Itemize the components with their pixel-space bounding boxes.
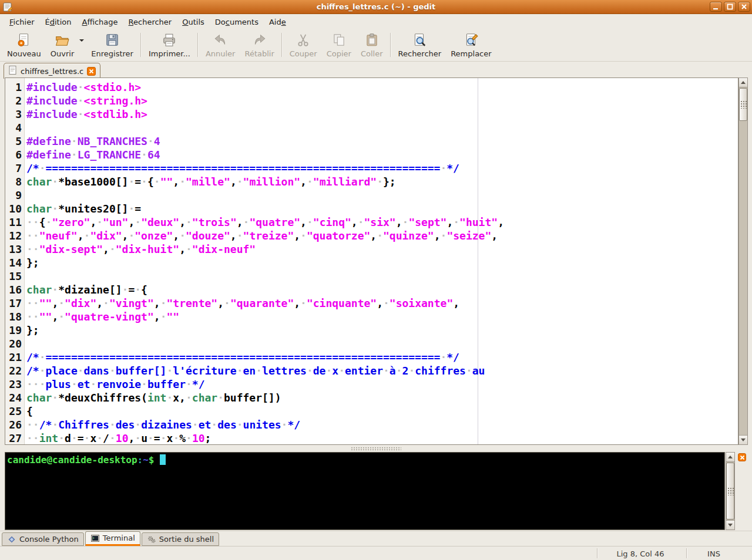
undo-icon — [213, 32, 228, 48]
line-number: 24 — [5, 391, 25, 404]
toolbar-button-imprimer[interactable]: Imprimer... — [144, 30, 195, 60]
terminal-output[interactable]: candide@candide-desktop:~$ — [5, 452, 725, 530]
maximize-button[interactable] — [724, 2, 736, 12]
scroll-down-arrow[interactable] — [739, 435, 747, 444]
line-number: 19 — [5, 323, 25, 337]
status-separator — [597, 548, 598, 558]
code-editor[interactable]: 1#include·<stdio.h>2#include·<string.h>3… — [5, 77, 738, 445]
line-number: 6 — [5, 148, 25, 161]
toolbar-button-retablir: Rétablir — [240, 30, 278, 60]
toolbar-button-ouvrir[interactable]: Ouvrir — [46, 30, 79, 59]
code-line: 5#define·NB_TRANCHES·4 — [5, 134, 738, 148]
minimize-button[interactable] — [710, 2, 722, 12]
python-icon — [7, 535, 16, 544]
save-icon — [105, 32, 120, 48]
line-number: 25 — [5, 404, 25, 418]
close-button[interactable] — [738, 2, 750, 12]
toolbar-button-label: Coller — [361, 49, 383, 58]
menu-item-fichier[interactable]: Fichier — [4, 16, 40, 28]
menu-item-edition[interactable]: Édition — [40, 16, 77, 28]
terminal-prompt-text: : — [137, 454, 143, 465]
editor-scrollbar-thumb[interactable] — [739, 88, 747, 121]
terminal-scroll-down-arrow[interactable] — [726, 520, 734, 529]
print-icon — [162, 32, 177, 48]
redo-icon — [252, 32, 267, 48]
panel-tab-console-python[interactable]: Console Python — [2, 532, 84, 546]
code-line: 24char·*deuxChiffres(int·x,·char·buffer[… — [5, 391, 738, 404]
toolbar-separator — [390, 33, 391, 57]
toolbar-separator — [281, 33, 283, 57]
pane-splitter[interactable] — [0, 445, 752, 452]
line-number: 7 — [5, 161, 25, 175]
terminal-prompt: candide@candide-desktop:~$ — [5, 453, 724, 465]
statusbar: Lig 8, Col 46 INS — [0, 546, 752, 560]
toolbar-button-label: Couper — [290, 49, 317, 58]
toolbar-button-label: Ouvrir — [51, 49, 74, 58]
toolbar-button-nouveau[interactable]: Nouveau — [2, 30, 46, 60]
line-number: 14 — [5, 256, 25, 269]
toolbar-button-copier: Copier — [322, 30, 356, 60]
code-line: 19}; — [5, 323, 738, 337]
code-line: 23···plus·et·renvoie·buffer·*/ — [5, 377, 738, 391]
panel-tab-label: Console Python — [19, 535, 79, 544]
toolbar-button-remplacer[interactable]: Remplacer — [446, 30, 496, 60]
line-number: 26 — [5, 418, 25, 431]
menu-item-outils[interactable]: Outils — [177, 16, 210, 28]
code-line: 16char·*dizaine[]·=·{ — [5, 283, 738, 296]
terminal-scroll-up-arrow[interactable] — [726, 453, 734, 462]
line-number: 23 — [5, 377, 25, 391]
terminal-prompt-text: candide@candide-desktop — [7, 454, 137, 465]
code-lines: 1#include·<stdio.h>2#include·<string.h>3… — [5, 80, 738, 445]
menu-item-aide[interactable]: Aide — [264, 16, 291, 28]
search-icon — [412, 32, 427, 48]
panel-close-button[interactable] — [738, 453, 746, 461]
toolbar-combo-ouvrir: Ouvrir — [46, 30, 86, 60]
line-number: 22 — [5, 364, 25, 377]
terminal-scrollbar[interactable] — [726, 452, 735, 530]
scroll-up-arrow[interactable] — [739, 78, 747, 87]
terminal-scrollbar-thumb[interactable] — [726, 463, 734, 519]
editor-scrollbar[interactable] — [738, 77, 748, 445]
line-number: 15 — [5, 269, 25, 283]
document-tab[interactable]: chiffres_lettres.c — [4, 63, 100, 79]
copy-icon — [331, 32, 347, 48]
titlebar[interactable]: chiffres_lettres.c (~) - gedit — [0, 0, 752, 14]
document-tab-label: chiffres_lettres.c — [21, 67, 83, 76]
code-line: 7/*·====================================… — [5, 161, 738, 175]
gedit-icon — [2, 2, 13, 12]
insert-mode: INS — [693, 549, 734, 558]
toolbar: NouveauOuvrirEnregistrerImprimer...Annul… — [0, 29, 752, 62]
line-number: 27 — [5, 431, 25, 445]
line-number: 13 — [5, 242, 25, 256]
toolbar-button-label: Rechercher — [398, 49, 442, 58]
toolbar-button-annuler: Annuler — [201, 30, 240, 60]
line-number: 1 — [5, 80, 25, 94]
toolbar-button-rechercher[interactable]: Rechercher — [394, 30, 446, 60]
line-number: 21 — [5, 350, 25, 364]
window-title: chiffres_lettres.c (~) - gedit — [0, 2, 752, 11]
document-icon — [8, 65, 17, 77]
menu-item-affichage[interactable]: Affichage — [77, 16, 123, 28]
toolbar-button-label: Nouveau — [7, 49, 41, 58]
toolbar-button-label: Rétablir — [244, 49, 274, 58]
menu-item-rechercher[interactable]: Rechercher — [123, 16, 177, 28]
toolbar-button-enregistrer[interactable]: Enregistrer — [86, 30, 138, 60]
code-line: 9 — [5, 188, 738, 202]
panel-tab-terminal[interactable]: Terminal — [85, 531, 140, 546]
status-separator — [686, 548, 687, 558]
toolbar-button-label: Copier — [327, 49, 351, 58]
line-number: 16 — [5, 283, 25, 296]
toolbar-separator — [197, 33, 199, 57]
toolbar-button-couper: Couper — [285, 30, 322, 60]
menu-item-documents[interactable]: Documents — [210, 16, 264, 28]
paste-icon — [364, 32, 380, 48]
panel-tab-sortie-du-shell[interactable]: Sortie du shell — [142, 532, 219, 546]
tab-close-button[interactable] — [87, 67, 96, 76]
code-line: 26··/*·Chiffres·des·dizaines·et·des·unit… — [5, 418, 738, 431]
cut-icon — [296, 32, 311, 48]
open-dropdown-caret-icon[interactable] — [79, 39, 84, 44]
code-line: 13··"dix-sept",·"dix-huit",·"dix-neuf" — [5, 242, 738, 256]
toolbar-button-coller: Coller — [356, 30, 388, 60]
code-line: 18··"",·"quatre-vingt",·"" — [5, 310, 738, 323]
terminal-icon — [90, 534, 100, 543]
